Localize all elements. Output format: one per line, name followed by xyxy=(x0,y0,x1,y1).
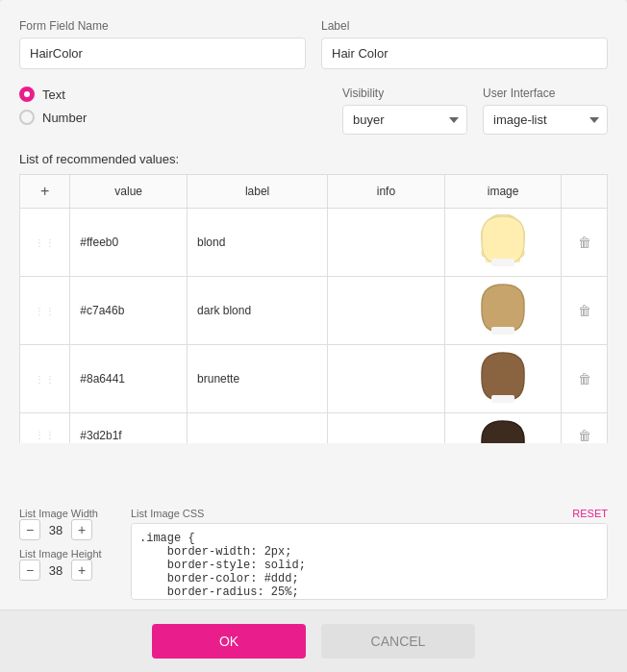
css-header: List Image CSS RESET xyxy=(131,508,608,519)
width-stepper: − 38 + xyxy=(19,519,115,540)
image-size-group: List Image Width − 38 + List Image Heigh… xyxy=(19,508,115,581)
delete-row-2[interactable]: 🗑 xyxy=(576,301,593,320)
hair-image-blond xyxy=(474,214,532,267)
form-field-name-label: Form Field Name xyxy=(19,19,306,33)
info-cell xyxy=(328,277,445,345)
table-row: ⋮⋮ #3d2b1f 🗑 xyxy=(20,413,608,444)
label-group: Label xyxy=(321,19,608,69)
css-group: List Image CSS RESET .image { border-wid… xyxy=(131,508,608,600)
drag-handle: ⋮⋮ xyxy=(20,209,70,277)
delete-row-3[interactable]: 🗑 xyxy=(576,369,593,388)
action-cell-2: 🗑 xyxy=(562,277,608,345)
image-width-group: List Image Width − 38 + xyxy=(19,508,115,540)
table-row: ⋮⋮ #c7a46b dark blond 🗑 xyxy=(20,277,608,345)
height-stepper: − 38 + xyxy=(19,560,115,581)
radio-text-label: Text xyxy=(42,87,65,102)
radio-number-input[interactable] xyxy=(19,110,35,125)
label-cell xyxy=(188,413,328,444)
label-cell: blond xyxy=(188,209,328,277)
col-label: label xyxy=(188,175,328,209)
value-cell: #c7a46b xyxy=(70,277,188,345)
drag-handle: ⋮⋮ xyxy=(20,345,70,413)
width-increase-button[interactable]: + xyxy=(71,519,92,540)
hair-image-dark-blond xyxy=(474,283,532,336)
image-cell xyxy=(444,209,562,277)
hair-image-dark xyxy=(474,419,532,443)
info-cell xyxy=(328,413,445,444)
dialog-body: Form Field Name Label Text Number xyxy=(0,0,627,498)
width-label: List Image Width xyxy=(19,508,115,519)
label-input[interactable] xyxy=(321,37,608,69)
width-value: 38 xyxy=(46,523,65,537)
dialog: Form Field Name Label Text Number xyxy=(0,0,627,672)
drag-handle: ⋮⋮ xyxy=(20,413,70,444)
visibility-label: Visibility xyxy=(342,87,467,100)
form-field-name-group: Form Field Name xyxy=(19,19,306,69)
label-cell: brunette xyxy=(188,345,328,413)
height-increase-button[interactable]: + xyxy=(71,560,92,581)
table-scroll: + value label info image ⋮⋮ #ffeeb0 blo xyxy=(19,174,608,443)
css-textarea[interactable]: .image { border-width: 2px; border-style… xyxy=(131,523,608,600)
cancel-button[interactable]: CANCEL xyxy=(321,624,475,659)
reset-button[interactable]: RESET xyxy=(572,508,608,519)
table-header-row: + value label info image xyxy=(20,175,608,209)
image-cell xyxy=(444,345,562,413)
ok-button[interactable]: OK xyxy=(152,624,306,659)
col-action xyxy=(562,175,608,209)
radio-number-label: Number xyxy=(42,111,87,125)
col-info: info xyxy=(328,175,445,209)
table-row: ⋮⋮ #ffeeb0 blond xyxy=(20,209,608,277)
delete-row-4[interactable]: 🗑 xyxy=(576,426,593,444)
list-header: List of recommended values: xyxy=(19,152,608,166)
dialog-footer: OK CANCEL xyxy=(0,610,627,672)
value-cell: #8a6441 xyxy=(70,345,188,413)
value-cell: #3d2b1f xyxy=(70,413,188,444)
radio-number[interactable]: Number xyxy=(19,110,87,125)
image-height-group: List Image Height − 38 + xyxy=(19,548,115,581)
css-label: List Image CSS xyxy=(131,508,204,519)
user-interface-select[interactable]: image-list text dropdown radio xyxy=(483,105,608,135)
user-interface-group: User Interface image-list text dropdown … xyxy=(483,87,608,138)
type-radio-group: Text Number xyxy=(19,87,87,125)
image-cell xyxy=(444,413,562,444)
height-label: List Image Height xyxy=(19,548,115,560)
svg-rect-7 xyxy=(491,395,514,403)
col-value: value xyxy=(70,175,188,209)
radio-text[interactable]: Text xyxy=(19,87,87,102)
action-cell-3: 🗑 xyxy=(562,345,608,413)
user-interface-label: User Interface xyxy=(483,87,608,100)
value-cell: #ffeeb0 xyxy=(70,209,188,277)
delete-row-1[interactable]: 🗑 xyxy=(576,233,593,252)
bottom-section: List Image Width − 38 + List Image Heigh… xyxy=(0,498,627,610)
label-label: Label xyxy=(321,19,608,33)
form-field-name-input[interactable] xyxy=(19,37,306,69)
col-image: image xyxy=(444,175,562,209)
label-cell: dark blond xyxy=(188,277,328,345)
info-cell xyxy=(328,345,445,413)
image-cell xyxy=(444,277,562,345)
drag-handle: ⋮⋮ xyxy=(20,277,70,345)
table-row: ⋮⋮ #8a6441 brunette 🗑 xyxy=(20,345,608,413)
height-decrease-button[interactable]: − xyxy=(19,560,40,581)
height-value: 38 xyxy=(46,563,65,578)
radio-text-input[interactable] xyxy=(19,87,35,102)
add-row-button[interactable]: + xyxy=(35,181,55,202)
svg-rect-6 xyxy=(491,327,514,335)
visibility-group: Visibility buyer seller admin all xyxy=(342,87,467,138)
svg-rect-5 xyxy=(491,259,514,266)
action-cell-1: 🗑 xyxy=(562,209,608,277)
width-decrease-button[interactable]: − xyxy=(19,519,40,540)
hair-image-brunette xyxy=(474,351,532,404)
action-cell-4: 🗑 xyxy=(562,413,608,444)
visibility-select[interactable]: buyer seller admin all xyxy=(342,105,467,135)
values-table: + value label info image ⋮⋮ #ffeeb0 blo xyxy=(19,174,608,443)
info-cell xyxy=(328,209,445,277)
col-add: + xyxy=(20,175,70,209)
top-form-row: Form Field Name Label xyxy=(19,19,608,69)
